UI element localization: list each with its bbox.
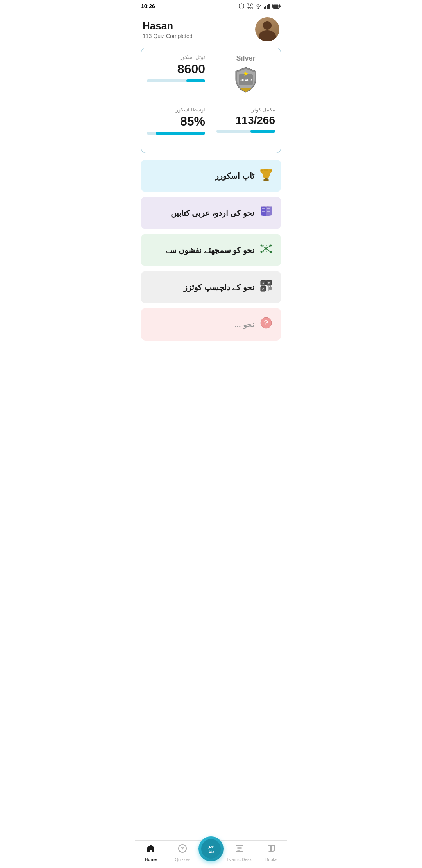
svg-rect-3 <box>251 7 252 9</box>
bottom-nav: Home ? Quizzes نحودنیا Islamic Desk <box>135 840 287 868</box>
nav-islamic-desk[interactable]: Islamic Desk <box>224 844 256 862</box>
diagrams-card[interactable]: نحو کو سمجھئے نقشوں سے <box>141 234 281 266</box>
completed-quiz-progress-bg <box>216 130 275 133</box>
svg-rect-7 <box>265 6 266 9</box>
nav-islamic-desk-label: Islamic Desk <box>227 857 252 862</box>
svg-point-4 <box>249 5 249 6</box>
signal-icon <box>264 4 270 9</box>
svg-line-34 <box>261 246 266 249</box>
svg-rect-2 <box>247 7 249 9</box>
svg-rect-9 <box>268 4 270 9</box>
nav-center-button[interactable]: نحودنیا <box>198 836 224 861</box>
extra-label: نحو ... <box>234 320 254 329</box>
svg-point-5 <box>250 5 251 6</box>
status-icons <box>239 3 281 9</box>
home-icon <box>146 844 156 855</box>
total-score-value: 8600 <box>147 62 205 76</box>
avatar[interactable] <box>255 17 279 41</box>
diagrams-icon <box>259 242 273 258</box>
user-header: Hasan 113 Quiz Completed <box>135 13 287 48</box>
svg-text:?: ? <box>181 846 184 852</box>
svg-rect-8 <box>267 5 268 9</box>
quizzes-label: نحو کے دلچسپ کوئزز <box>184 283 254 292</box>
quizzes-card[interactable]: نحو کے دلچسپ کوئزز A B C <box>141 271 281 303</box>
user-name: Hasan <box>143 20 193 32</box>
avg-score-progress-bg <box>147 132 205 135</box>
diagrams-label: نحو کو سمجھئے نقشوں سے <box>165 246 254 255</box>
menu-cards: ٹاپ اسکورر نحو کی اردو، عربی کتابیں <box>135 160 287 341</box>
completed-quiz-cell: مکمل کوئز 113/266 <box>211 100 281 153</box>
completed-quiz-value: 113/266 <box>216 114 275 127</box>
svg-rect-1 <box>251 4 252 5</box>
badge-cell: Silver SILVER <box>211 48 281 100</box>
islamic-desk-icon <box>235 844 244 855</box>
quizzes-nav-icon: ? <box>178 844 187 855</box>
books-icon <box>259 204 273 221</box>
badge-label: Silver <box>236 54 255 63</box>
battery-icon <box>272 4 281 9</box>
svg-rect-6 <box>264 7 265 9</box>
svg-rect-0 <box>247 4 249 5</box>
nav-quizzes-label: Quizzes <box>175 857 190 862</box>
svg-line-36 <box>261 249 266 252</box>
books-card[interactable]: نحو کی اردو، عربی کتابیں <box>141 197 281 229</box>
avg-score-cell: اوسطا اسکور 85% <box>141 100 211 153</box>
completed-quiz-progress-fill <box>250 130 275 133</box>
wifi-icon <box>255 4 261 9</box>
nav-books[interactable]: Books <box>256 844 288 862</box>
nav-center-label: نحودنیا <box>201 839 221 859</box>
total-score-label: ٹوٹل اسکور <box>147 54 205 60</box>
status-time: 10:26 <box>141 3 155 9</box>
avg-score-value: 85% <box>147 114 205 129</box>
svg-text:B: B <box>268 282 270 285</box>
quiz-count: 113 Quiz Completed <box>143 33 193 39</box>
svg-line-37 <box>266 249 271 252</box>
avg-score-progress-fill <box>156 132 205 135</box>
top-scorer-label: ٹاپ اسکورر <box>215 171 254 181</box>
svg-rect-11 <box>273 5 279 8</box>
books-label: نحو کی اردو، عربی کتابیں <box>171 208 254 218</box>
extra-card[interactable]: نحو ... ? <box>141 308 281 341</box>
extra-icon: ? <box>259 316 273 333</box>
svg-line-35 <box>266 246 271 249</box>
total-score-progress-bg <box>147 79 205 82</box>
svg-text:C: C <box>262 288 264 291</box>
status-bar: 10:26 <box>135 0 287 13</box>
svg-text:A: A <box>262 282 264 285</box>
total-score-cell: ٹوٹل اسکور 8600 <box>141 48 211 100</box>
nav-quizzes[interactable]: ? Quizzes <box>167 844 199 862</box>
top-scorer-card[interactable]: ٹاپ اسکورر <box>141 160 281 192</box>
face-id-icon <box>247 3 253 9</box>
avg-score-label: اوسطا اسکور <box>147 107 205 113</box>
nav-home-label: Home <box>145 857 157 862</box>
stats-grid: ٹوٹل اسکور 8600 Silver SILVER اوسطا اسکو… <box>141 48 281 153</box>
shield-icon <box>239 3 244 9</box>
svg-text:SILVER: SILVER <box>240 78 252 82</box>
user-info: Hasan 113 Quiz Completed <box>143 20 193 39</box>
total-score-progress-fill <box>186 79 205 82</box>
silver-badge-icon: SILVER <box>232 66 260 94</box>
books-nav-icon <box>266 844 276 855</box>
nav-books-label: Books <box>265 857 277 862</box>
svg-text:?: ? <box>264 319 268 327</box>
completed-quiz-label: مکمل کوئز <box>216 107 275 113</box>
top-scorer-icon <box>259 167 273 184</box>
quizzes-icon: A B C <box>259 279 273 296</box>
nav-home[interactable]: Home <box>135 844 167 862</box>
svg-rect-16 <box>263 179 269 181</box>
